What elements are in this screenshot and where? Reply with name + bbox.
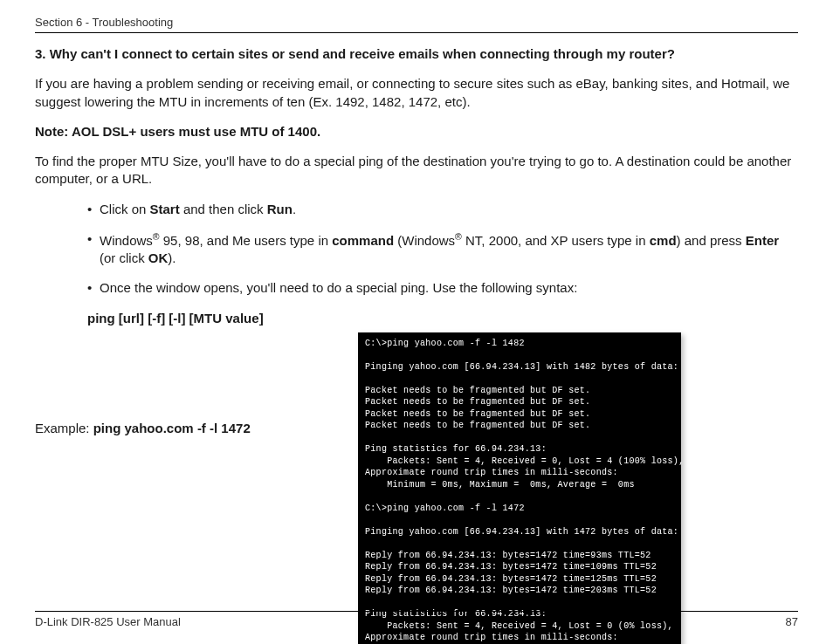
bullet-3: • Once the window opens, you'll need to … — [87, 279, 798, 297]
bullet-dot-icon: • — [87, 201, 100, 218]
t: Click on — [100, 202, 150, 216]
note-line: Note: AOL DSL+ users must use MTU of 140… — [35, 123, 798, 140]
terminal-screenshot: C:\>ping yahoo.com -f -l 1482 Pinging ya… — [358, 332, 681, 644]
terminal-line: Reply from 66.94.234.13: bytes=1472 time… — [365, 573, 674, 586]
terminal-line — [365, 490, 674, 503]
t: . — [293, 202, 296, 216]
example-label: Example: — [35, 421, 93, 435]
t: ) and press — [677, 233, 746, 248]
terminal-line: Pinging yahoo.com [66.94.234.13] with 14… — [365, 526, 674, 538]
t: 95, 98, and Me users type in — [160, 233, 333, 248]
reg-mark: ® — [455, 231, 462, 242]
t: ). — [168, 250, 176, 265]
enter-label: Enter — [746, 233, 779, 248]
terminal-line: Reply from 66.94.234.13: bytes=1472 time… — [365, 585, 674, 597]
question-number: 3. — [35, 46, 46, 61]
example-terminal-row: Example: ping yahoo.com -f -l 1472 C:\>p… — [35, 332, 798, 644]
reg-mark: ® — [153, 231, 160, 242]
bullet-2-text: Windows® 95, 98, and Me users type in co… — [100, 230, 798, 268]
section-label: Section 6 - Troubleshooting — [35, 16, 798, 29]
terminal-line — [365, 432, 674, 444]
terminal-line: Packet needs to be fragmented but DF set… — [365, 396, 674, 408]
terminal-line: Ping statistics for 66.94.234.13: — [365, 443, 674, 456]
bullet-1-text: Click on Start and then click Run. — [100, 201, 798, 218]
example-column: Example: ping yahoo.com -f -l 1472 — [35, 332, 332, 437]
content-body: 3. Why can't I connect to certain sites … — [35, 45, 798, 644]
t: (or click — [100, 250, 148, 265]
footer-left: D-Link DIR-825 User Manual — [35, 615, 181, 628]
command-label: command — [332, 233, 394, 248]
terminal-line — [365, 597, 674, 609]
paragraph-1: If you are having a problem sending or r… — [35, 75, 798, 111]
ping-syntax: ping [url] [-f] [-l] [MTU value] — [87, 310, 798, 327]
t: (Windows — [394, 233, 455, 248]
terminal-line: Packet needs to be fragmented but DF set… — [365, 420, 674, 432]
run-label: Run — [267, 202, 293, 216]
bullet-dot-icon: • — [87, 230, 100, 268]
question-heading: 3. Why can't I connect to certain sites … — [35, 45, 798, 63]
paragraph-2: To find the proper MTU Size, you'll have… — [35, 153, 798, 188]
terminal-line — [365, 373, 674, 385]
t: and then click — [180, 202, 267, 216]
terminal-line: Packet needs to be fragmented but DF set… — [365, 408, 674, 421]
page-footer: D-Link DIR-825 User Manual 87 — [35, 611, 798, 628]
terminal-line: Pinging yahoo.com [66.94.234.13] with 14… — [365, 361, 674, 373]
t: NT, 2000, and XP users type in — [462, 233, 650, 248]
terminal-line: Minimum = 0ms, Maximum = 0ms, Average = … — [365, 479, 674, 491]
terminal-line: Reply from 66.94.234.13: bytes=1472 time… — [365, 561, 674, 573]
bullet-1: • Click on Start and then click Run. — [87, 201, 798, 218]
terminal-line: Reply from 66.94.234.13: bytes=1472 time… — [365, 550, 674, 562]
start-label: Start — [150, 202, 180, 216]
bullet-2: • Windows® 95, 98, and Me users type in … — [87, 230, 798, 268]
terminal-line: Packets: Sent = 4, Received = 0, Lost = … — [365, 456, 674, 468]
terminal-line: Approximate round trip times in milli-se… — [365, 632, 674, 644]
terminal-line — [365, 514, 674, 526]
question-text: Why can't I connect to certain sites or … — [50, 46, 675, 61]
footer-rule — [35, 611, 798, 612]
page-header: Section 6 - Troubleshooting — [35, 16, 798, 33]
cmd-label: cmd — [650, 233, 677, 248]
bullet-3-text: Once the window opens, you'll need to do… — [100, 279, 798, 297]
t: Windows — [100, 233, 153, 248]
example-command: ping yahoo.com -f -l 1472 — [93, 421, 251, 435]
terminal-line — [365, 349, 674, 361]
page-number: 87 — [786, 615, 798, 628]
bullet-dot-icon: • — [87, 279, 100, 297]
terminal-line: C:\>ping yahoo.com -f -l 1472 — [365, 503, 674, 515]
terminal-line: Approximate round trip times in milli-se… — [365, 467, 674, 479]
terminal-line: Packet needs to be fragmented but DF set… — [365, 385, 674, 397]
terminal-line — [365, 538, 674, 550]
terminal-line: C:\>ping yahoo.com -f -l 1482 — [365, 338, 674, 350]
bullet-list: • Click on Start and then click Run. • W… — [87, 201, 798, 298]
ok-label: OK — [148, 250, 169, 265]
